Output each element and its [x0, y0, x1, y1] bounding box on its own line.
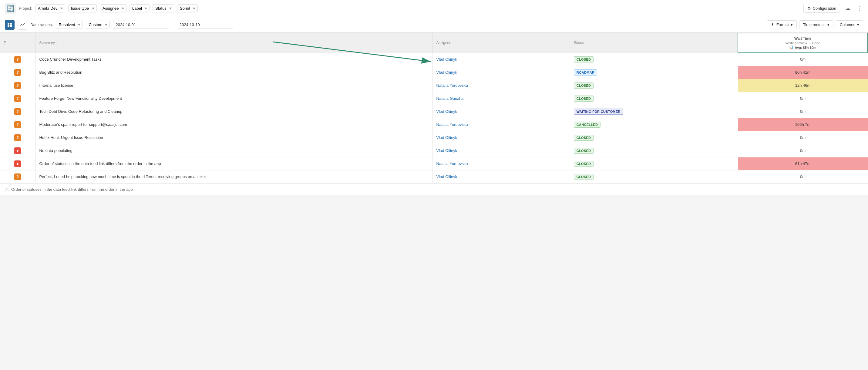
date-from-input[interactable]: [113, 21, 169, 29]
status-select[interactable]: Status: [153, 4, 174, 12]
date-range-select[interactable]: Resolved: [56, 21, 83, 29]
date-to-input[interactable]: [177, 21, 233, 29]
cell-status: ROADMAP: [570, 66, 738, 79]
cell-wait-time: 12h 46m: [738, 79, 868, 92]
cell-type: ?: [0, 53, 35, 66]
time-metrics-button[interactable]: Time metrics ▾: [799, 20, 833, 29]
configuration-button[interactable]: ⚙ Configuration: [803, 4, 840, 13]
assignee-link[interactable]: Natalia Yordovska: [436, 161, 468, 166]
cell-wait-time: 0m: [738, 131, 868, 144]
cell-summary: No data populating: [35, 144, 432, 157]
assignee-link[interactable]: Vlad Oliinyk: [436, 70, 457, 74]
cell-wait-time: 0m: [738, 105, 868, 118]
chart-view-button[interactable]: [18, 20, 27, 30]
cell-assignee[interactable]: Natalia Yordovska: [432, 118, 570, 131]
cell-status: CLOSED: [570, 53, 738, 66]
cell-assignee[interactable]: Natalia Ganzha: [432, 92, 570, 105]
top-bar-right: ⚙ Configuration ☁ ⋮: [803, 4, 863, 13]
assignee-link[interactable]: Vlad Oliinyk: [436, 175, 457, 179]
table-row[interactable]: ?Hotfix Hunt: Urgent Issue ResolutionVla…: [0, 131, 868, 144]
main-content: T Summary ↑ Assignee Status Wait Time Wa…: [0, 33, 868, 195]
filter-toolbar: Date ranges: Resolved Custom - 👁 Format …: [0, 17, 868, 33]
more-options-button[interactable]: ⋮: [855, 4, 863, 13]
table-row[interactable]: ●Order of statuses in the data feed link…: [0, 157, 868, 170]
cell-summary: Feature Forge: New Functionality Develop…: [35, 92, 432, 105]
th-assignee: Assignee: [432, 33, 570, 53]
status-badge: WAITING FOR CUSTOMER: [574, 109, 623, 115]
cell-wait-time: 0m: [738, 144, 868, 157]
table-row[interactable]: ?Tech Debt Dive: Code Refactoring and Cl…: [0, 105, 868, 118]
cell-type: ●: [0, 144, 35, 157]
assignee-link[interactable]: Natalia Ganzha: [436, 96, 464, 101]
issue-type-icon: ?: [14, 121, 21, 128]
th-summary[interactable]: Summary ↑: [35, 33, 432, 53]
project-select[interactable]: Amrita Dev: [35, 4, 65, 12]
issue-type-select[interactable]: Issue type: [68, 4, 97, 12]
cell-type: ?: [0, 131, 35, 144]
grid-view-button[interactable]: [5, 20, 14, 30]
grid-icon: [7, 23, 12, 27]
cloud-icon-button[interactable]: ☁: [844, 4, 851, 13]
assignee-link[interactable]: Natalia Yordovska: [436, 122, 468, 127]
assignee-select[interactable]: Assignee: [100, 4, 126, 12]
cell-assignee[interactable]: Vlad Oliinyk: [432, 66, 570, 79]
format-button[interactable]: 👁 Format ▾: [767, 20, 797, 29]
table-header-row: T Summary ↑ Assignee Status Wait Time Wa…: [0, 33, 868, 53]
issue-type-icon: ●: [14, 160, 21, 167]
assignee-link[interactable]: Vlad Oliinyk: [436, 109, 457, 114]
gear-icon: ⚙: [807, 6, 811, 11]
table-row[interactable]: ?Feature Forge: New Functionality Develo…: [0, 92, 868, 105]
assignee-link[interactable]: Vlad Oliinyk: [436, 148, 457, 153]
chevron-down-icon: ▾: [790, 23, 793, 27]
filter-bar-right: 👁 Format ▾ Time metrics ▾ Columns ▾: [767, 20, 863, 29]
issue-type-icon: ?: [14, 82, 21, 89]
status-badge: CANCELLED: [574, 122, 601, 128]
chart-icon: [20, 23, 25, 27]
assignee-link[interactable]: Natalia Yordovska: [436, 83, 468, 88]
chevron-down-icon-2: ▾: [827, 23, 830, 27]
issues-table: T Summary ↑ Assignee Status Wait Time Wa…: [0, 33, 868, 183]
app-logo: 🔄: [5, 3, 16, 14]
cell-assignee[interactable]: Natalia Yordovska: [432, 79, 570, 92]
table-row[interactable]: ?Bug Blitz and ResolutionVlad OliinykROA…: [0, 66, 868, 79]
status-badge: ROADMAP: [574, 69, 597, 75]
cell-assignee[interactable]: Vlad Oliinyk: [432, 53, 570, 66]
assignee-link[interactable]: Vlad Oliinyk: [436, 57, 457, 62]
project-label: Project:: [19, 6, 32, 11]
table-row[interactable]: ?Moderator's spam report for support@saa…: [0, 118, 868, 131]
cell-wait-time: 0m: [738, 170, 868, 183]
cell-type: ?: [0, 170, 35, 183]
wait-time-subtitle: Waiting review → Done: [785, 41, 820, 45]
table-row[interactable]: ?Code Cruncher Development TasksVlad Oli…: [0, 53, 868, 66]
cell-summary: Bug Blitz and Resolution: [35, 66, 432, 79]
sprint-select[interactable]: Sprint: [177, 4, 198, 12]
status-badge: CLOSED: [574, 174, 594, 180]
table-row[interactable]: ?Perfect, I need help tracking how much …: [0, 170, 868, 183]
cell-wait-time: 106h 7m: [738, 118, 868, 131]
columns-button[interactable]: Columns ▾: [836, 20, 863, 29]
chevron-down-icon-3: ▾: [857, 23, 859, 27]
cell-assignee[interactable]: Vlad Oliinyk: [432, 131, 570, 144]
cell-status: CLOSED: [570, 131, 738, 144]
cell-assignee[interactable]: Vlad Oliinyk: [432, 170, 570, 183]
assignee-link[interactable]: Vlad Oliinyk: [436, 135, 457, 140]
cell-type: ?: [0, 79, 35, 92]
cell-assignee[interactable]: Natalia Yordovska: [432, 157, 570, 170]
cell-assignee[interactable]: Vlad Oliinyk: [432, 105, 570, 118]
cell-summary: Tech Debt Dive: Code Refactoring and Cle…: [35, 105, 432, 118]
cell-assignee[interactable]: Vlad Oliinyk: [432, 144, 570, 157]
label-select[interactable]: Label: [129, 4, 150, 12]
cell-summary: Moderator's spam report for support@saas…: [35, 118, 432, 131]
cell-status: CLOSED: [570, 92, 738, 105]
svg-rect-2: [8, 25, 9, 27]
custom-select[interactable]: Custom: [86, 21, 110, 29]
status-badge: CLOSED: [574, 83, 594, 89]
cell-status: CANCELLED: [570, 118, 738, 131]
th-status: Status: [570, 33, 738, 53]
cell-wait-time: 0m: [738, 53, 868, 66]
top-toolbar: 🔄 Project: Amrita Dev Issue type Assigne…: [0, 0, 868, 17]
warning-text: Order of statuses in the data feed link …: [11, 187, 133, 192]
cell-status: WAITING FOR CUSTOMER: [570, 105, 738, 118]
table-row[interactable]: ?Internal use licenseNatalia YordovskaCL…: [0, 79, 868, 92]
table-row[interactable]: ●No data populatingVlad OliinykCLOSED0m: [0, 144, 868, 157]
